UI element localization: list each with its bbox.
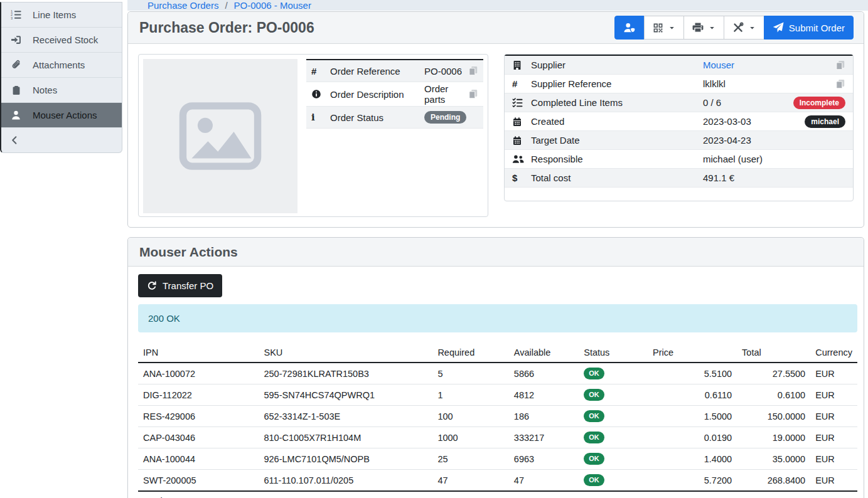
status-badge: Incomplete <box>793 97 845 109</box>
detail-row-total-cost: $Total cost491.1 € <box>505 169 853 188</box>
detail-value: Order parts <box>424 83 468 105</box>
submit-order-button[interactable]: Submit Order <box>764 16 854 40</box>
cell-status: OK <box>579 384 648 406</box>
sidebar-item-line-items[interactable]: 123Line Items <box>1 3 122 28</box>
cell-sku: 595-SN74HCS74QPWRQ1 <box>259 384 432 406</box>
paper-plane-icon <box>773 22 784 33</box>
detail-row-order-reference: #Order ReferencePO-0006 <box>306 60 483 82</box>
tools-icon <box>732 22 744 33</box>
cell-available: 186 <box>509 406 579 427</box>
table-footer-cell <box>432 491 508 498</box>
status-badge: OK <box>584 389 604 401</box>
dollar-icon: $ <box>512 172 531 183</box>
detail-value: michael (user) <box>703 154 845 164</box>
cell-currency: EUR <box>810 448 857 470</box>
empty-row <box>505 188 853 201</box>
copy-icon[interactable] <box>835 60 845 70</box>
table-footer-label: Total <box>138 491 259 498</box>
cell-total: 19.0000 <box>737 427 810 448</box>
transfer-po-label: Transfer PO <box>163 280 213 291</box>
admin-button[interactable] <box>614 16 645 40</box>
detail-row-created: Created2023-03-03michael <box>505 112 853 131</box>
sidebar-item-attachments[interactable]: Attachments <box>1 53 122 78</box>
column-header-available: Available <box>509 343 579 363</box>
detail-value-link[interactable]: Mouser <box>703 60 734 70</box>
paperclip-icon <box>10 60 22 70</box>
cell-price: 0.6110 <box>648 384 737 406</box>
table-row: ANA-100072250-72981KLRATR150B355866OK5.5… <box>138 363 857 384</box>
cell-status: OK <box>579 406 648 427</box>
sidebar-item-label: Attachments <box>33 60 85 70</box>
copy-icon[interactable] <box>468 66 478 76</box>
sidebar-item-notes[interactable]: Notes <box>1 78 122 103</box>
table-row: CAP-043046810-C1005X7R1H104M1000333217OK… <box>138 427 857 448</box>
order-toolbar: Submit Order <box>614 16 854 40</box>
submit-order-label: Submit Order <box>789 23 845 33</box>
cell-status: OK <box>579 363 648 384</box>
transfer-po-button[interactable]: Transfer PO <box>138 274 222 297</box>
cell-currency: EUR <box>810 384 857 406</box>
table-row: SWT-200005611-110.107.011/02054747OK5.72… <box>138 470 857 492</box>
detail-row-responsible: Responsiblemichael (user) <box>505 150 853 169</box>
purchase-order-panel-header: Purchase Order: PO-0006 <box>128 12 864 44</box>
cell-sku: 652-3314Z-1-503E <box>259 406 432 427</box>
sidebar-item-received-stock[interactable]: Received Stock <box>1 28 122 53</box>
cell-currency: EUR <box>810 427 857 448</box>
status-badge: OK <box>584 453 604 465</box>
hash-icon: # <box>311 66 330 77</box>
cell-ipn: SWT-200005 <box>138 470 259 492</box>
barcode-actions-button[interactable] <box>644 16 684 40</box>
detail-row-supplier-reference: #Supplier Referencelklklkl <box>505 75 853 93</box>
table-footer-cell <box>509 491 579 498</box>
detail-label: Target Date <box>531 135 703 146</box>
user-shield-icon <box>623 22 636 33</box>
cell-available: 5866 <box>509 363 579 384</box>
info-circle-icon <box>311 89 330 99</box>
column-header-price: Price <box>648 343 737 363</box>
cell-ipn: RES-429006 <box>138 406 259 427</box>
cell-available: 6963 <box>509 448 579 470</box>
calendar-icon <box>512 117 531 127</box>
cell-available: 333217 <box>509 427 579 448</box>
column-header-required: Required <box>432 343 508 363</box>
mouser-line-items-table: IPNSKURequiredAvailableStatusPriceTotalC… <box>138 343 857 498</box>
list-check-icon <box>512 97 531 108</box>
cell-sku: 926-LMC7101QM5/NOPB <box>259 448 432 470</box>
printer-icon <box>692 22 704 33</box>
detail-label: Order Reference <box>330 66 424 77</box>
detail-row-supplier: SupplierMouser <box>505 56 853 75</box>
detail-label: Order Description <box>330 89 424 100</box>
cell-available: 4812 <box>509 384 579 406</box>
detail-label: Completed Line Items <box>531 97 703 108</box>
status-badge: OK <box>584 474 604 486</box>
print-actions-button[interactable] <box>683 16 724 40</box>
table-footer-cell <box>579 491 648 498</box>
cell-total: 268.8400 <box>737 470 810 492</box>
breadcrumb-link-current-order[interactable]: PO-0006 - Mouser <box>234 0 311 11</box>
sidebar-item-mouser-actions[interactable]: Mouser Actions <box>1 103 122 128</box>
main-content: Purchase Orders / PO-0006 - Mouser Purch… <box>122 0 868 498</box>
sidebar-collapse-button[interactable] <box>1 128 122 152</box>
cell-required: 1 <box>432 384 508 406</box>
cell-status: OK <box>579 470 648 492</box>
column-header-ipn: IPN <box>138 343 259 363</box>
detail-row-order-status: iOrder StatusPending <box>306 107 483 129</box>
calendar-icon <box>512 135 531 146</box>
copy-icon[interactable] <box>835 79 845 89</box>
table-footer-cell <box>648 491 737 498</box>
detail-label: Total cost <box>531 172 703 183</box>
order-options-button[interactable] <box>724 16 764 40</box>
cell-ipn: ANA-100072 <box>138 363 259 384</box>
detail-value: PO-0006 <box>424 66 468 77</box>
column-header-total: Total <box>737 343 810 363</box>
detail-label: Created <box>531 116 703 127</box>
users-icon <box>512 154 531 164</box>
caret-down-icon <box>709 24 715 31</box>
detail-value: 2023-04-23 <box>703 135 845 146</box>
table-row: RES-429006652-3314Z-1-503E100186OK1.5000… <box>138 406 857 427</box>
column-header-sku: SKU <box>259 343 432 363</box>
refresh-icon <box>147 281 157 291</box>
copy-icon[interactable] <box>468 89 478 99</box>
breadcrumb-link-purchase-orders[interactable]: Purchase Orders <box>147 0 218 11</box>
cell-currency: EUR <box>810 406 857 427</box>
